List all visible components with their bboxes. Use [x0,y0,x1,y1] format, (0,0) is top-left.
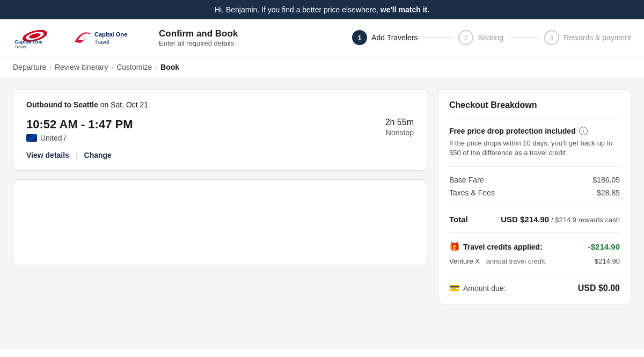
price-match-link[interactable]: we'll match it. [380,5,429,14]
price-drop-title: Free price drop protection included i [449,127,620,135]
travel-credits-section: 🎁 Travel credits applied: -$214.90 Ventu… [449,242,620,274]
logo-area: Capital One Travel Capital One Travel [13,27,131,48]
flight-time-range: 10:52 AM - 1:47 PM [26,118,133,132]
view-details-link[interactable]: View details [26,151,69,159]
svg-text:Capital One: Capital One [94,31,127,38]
base-fare-row: Base Fare $186.05 [449,176,620,184]
flight-left: 10:52 AM - 1:47 PM United / [26,118,133,142]
step-2-label: Seating [478,33,503,42]
svg-text:Travel: Travel [14,45,26,48]
venture-x-amount: $214.90 [595,257,620,265]
flight-stop-type: Nonstop [385,128,414,137]
capital-one-travel-logo: Capital One Travel [72,27,131,48]
base-fare-value: $186.05 [592,176,620,184]
step-2: 2 Seating [458,30,503,45]
right-panel: Checkout Breakdown Free price drop prote… [438,89,631,339]
chevron-icon-3: › [155,64,157,70]
svg-text:Travel: Travel [94,39,109,45]
flight-actions: View details | Change [26,151,414,159]
booking-steps: 1 Add Travelers 2 Seating 3 Rewards & pa… [352,30,631,45]
credit-detail-row: Venture X annual travel credit $214.90 [449,257,620,265]
divider: | [76,151,78,159]
header: Capital One Travel Capital One Travel Co… [0,19,644,56]
credit-card-icon: 💳 [449,283,460,293]
flight-meta: 2h 55m Nonstop [385,118,414,137]
info-icon[interactable]: i [579,127,588,135]
venture-x-name: Venture X [449,257,480,265]
main-content: Outbound to Seattle on Sat, Oct 21 10:52… [0,78,644,349]
united-icon [26,134,37,142]
checkout-card: Checkout Breakdown Free price drop prote… [438,89,631,304]
travel-credits-amount: -$214.90 [588,242,620,251]
breadcrumb-review[interactable]: Review itinerary [55,63,108,71]
breadcrumb-book: Book [160,63,179,71]
price-drop-desc: If the price drops within 10 days, you'l… [449,139,620,158]
outbound-destination: Outbound to Seattle [26,100,98,109]
price-drop-title-text: Free price drop protection included [449,127,576,135]
credit-detail-left: Venture X annual travel credit [449,257,545,265]
base-fare-label: Base Fare [449,176,484,184]
step-3-label: Rewards & payment [564,33,631,42]
taxes-fees-value: $28.85 [597,188,620,197]
capital-one-logo: Capital One Travel [13,27,72,48]
amount-due-value: USD $0.00 [578,283,620,293]
flight-times: 10:52 AM - 1:47 PM United / 2h 55m Nonst… [26,118,414,142]
total-rewards: / $214.9 rewards cash [551,216,620,224]
travel-credits-title: 🎁 Travel credits applied: -$214.90 [449,242,620,252]
outbound-date: on Sat, Oct 21 [100,100,149,109]
change-flight-link[interactable]: Change [84,151,112,159]
flight-card-title: Outbound to Seattle on Sat, Oct 21 [26,100,414,109]
confirm-book-subtitle: Enter all required details [159,39,238,47]
step-3: 3 Rewards & payment [544,30,631,45]
step-line-2 [508,38,540,38]
empty-card [13,179,427,265]
taxes-fees-row: Taxes & Fees $28.85 [449,188,620,197]
flight-duration: 2h 55m [385,118,414,127]
step-line-1 [422,38,454,38]
chevron-icon-2: › [112,64,114,70]
top-banner: Hi, Benjamin. If you find a better price… [0,0,644,19]
total-label: Total [449,215,468,224]
gift-icon: 🎁 [449,242,460,252]
total-usd: USD $214.90 [501,215,549,224]
banner-text: Hi, Benjamin. If you find a better price… [215,5,380,14]
amount-due-row: 💳 Amount due: USD $0.00 [449,283,620,293]
breadcrumb-departure[interactable]: Departure [13,63,46,71]
total-right: USD $214.90 / $214.9 rewards cash [501,215,620,224]
airline-name: United / [40,134,66,142]
confirm-book-heading: Confirm and Book [159,28,238,39]
breadcrumb: Departure › Review itinerary › Customize… [0,56,644,78]
total-row: Total USD $214.90 / $214.9 rewards cash [449,215,620,233]
step-2-circle: 2 [458,30,473,45]
price-drop-box: Free price drop protection included i If… [449,127,620,167]
header-title: Confirm and Book Enter all required deta… [159,28,238,47]
checkout-title: Checkout Breakdown [449,100,620,118]
step-3-circle: 3 [544,30,559,45]
fare-rows: Base Fare $186.05 Taxes & Fees $28.85 [449,176,620,206]
amount-due-label-text: Amount due: [463,284,506,293]
left-panel: Outbound to Seattle on Sat, Oct 21 10:52… [13,89,427,339]
flight-card: Outbound to Seattle on Sat, Oct 21 10:52… [13,89,427,171]
step-1: 1 Add Travelers [352,30,418,45]
amount-due-label: 💳 Amount due: [449,283,506,293]
step-1-label: Add Travelers [371,33,418,42]
svg-text:Capital One: Capital One [14,39,42,45]
chevron-icon-1: › [49,64,52,70]
taxes-fees-label: Taxes & Fees [449,188,495,197]
step-1-circle: 1 [352,30,367,45]
travel-credits-label: Travel credits applied: [463,243,543,251]
airline-row: United / [26,134,133,142]
venture-x-type: annual travel credit [486,257,545,265]
breadcrumb-customize[interactable]: Customize [116,63,152,71]
